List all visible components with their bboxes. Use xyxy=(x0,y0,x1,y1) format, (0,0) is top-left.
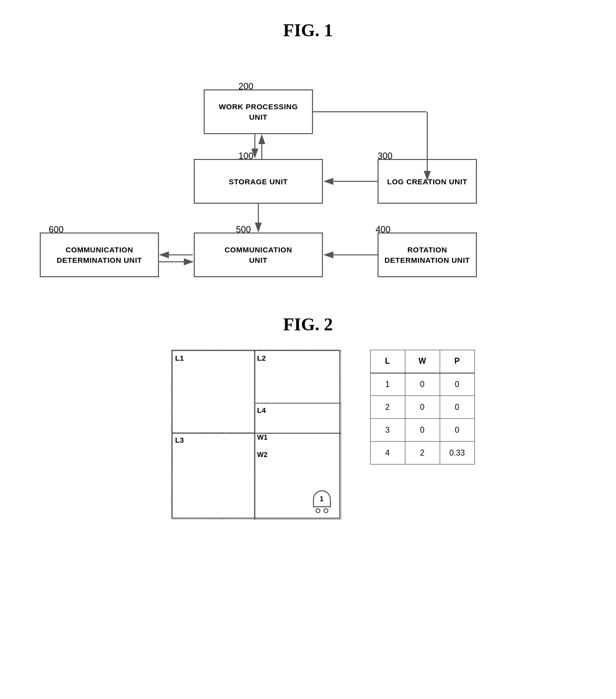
row3-w: 0 xyxy=(405,419,440,442)
row1-p: 0 xyxy=(440,373,474,396)
table-row: 4 2 0.33 xyxy=(370,442,474,465)
grid-cell-l3: L3 xyxy=(172,433,254,520)
table-header-row: L W P xyxy=(370,350,474,373)
col-header-p: P xyxy=(440,350,474,373)
row2-w: 0 xyxy=(405,396,440,419)
fig2-grid: L1 L2 L3 L4 W1 W2 1 xyxy=(171,350,340,519)
work-processing-unit-block: WORK PROCESSING UNIT xyxy=(204,89,313,134)
fig2-table-container: L W P 1 0 0 2 0 0 3 0 xyxy=(370,350,475,465)
robot-body: 1 xyxy=(313,490,331,507)
grid-divider-h2 xyxy=(254,403,341,404)
figure-1-container: 200 WORK PROCESSING UNIT 100 STORAGE UNI… xyxy=(10,56,606,294)
grid-divider-h xyxy=(172,433,341,434)
table-row: 3 0 0 xyxy=(370,419,474,442)
row1-w: 0 xyxy=(405,373,440,396)
row2-p: 0 xyxy=(440,396,474,419)
grid-label-l1: L1 xyxy=(175,354,184,362)
row1-l: 1 xyxy=(370,373,405,396)
grid-label-l2: L2 xyxy=(257,354,266,362)
row4-l: 4 xyxy=(370,442,405,465)
row2-l: 2 xyxy=(370,396,405,419)
fig2-data-table: L W P 1 0 0 2 0 0 3 0 xyxy=(370,350,475,465)
robot-icon: 1 xyxy=(313,490,331,513)
comm-determination-unit-block: COMMUNICATION DETERMINATION UNIT xyxy=(40,233,159,277)
storage-unit-block: STORAGE UNIT xyxy=(194,159,323,204)
figure-2-container: L1 L2 L3 L4 W1 W2 1 xyxy=(10,350,606,519)
col-header-w: W xyxy=(405,350,440,373)
robot-wheel-left xyxy=(315,508,320,513)
grid-label-l3: L3 xyxy=(175,436,184,444)
grid-divider-v xyxy=(254,351,255,520)
row4-w: 2 xyxy=(405,442,440,465)
grid-cell-l2: L2 xyxy=(254,351,341,403)
row3-l: 3 xyxy=(370,419,405,442)
row4-p: 0.33 xyxy=(440,442,474,465)
grid-label-w2: W2 xyxy=(257,451,268,459)
grid-label-l4: L4 xyxy=(257,406,266,414)
robot-wheel-right xyxy=(323,508,328,513)
table-row: 1 0 0 xyxy=(370,373,474,396)
grid-label-w1: W1 xyxy=(257,433,268,441)
robot-wheels xyxy=(315,508,328,513)
log-creation-unit-block: LOG CREATION UNIT xyxy=(378,159,477,204)
table-row: 2 0 0 xyxy=(370,396,474,419)
communication-unit-block: COMMUNICATION UNIT xyxy=(194,233,323,277)
row3-p: 0 xyxy=(440,419,474,442)
grid-cell-bottom-right: L4 W1 W2 1 xyxy=(254,403,341,520)
rotation-determination-unit-block: ROTATION DETERMINATION UNIT xyxy=(378,233,477,277)
figure-1-title: FIG. 1 xyxy=(10,20,606,41)
grid-cell-l1: L1 xyxy=(172,351,254,433)
col-header-l: L xyxy=(370,350,405,373)
figure-2-title: FIG. 2 xyxy=(10,314,606,335)
